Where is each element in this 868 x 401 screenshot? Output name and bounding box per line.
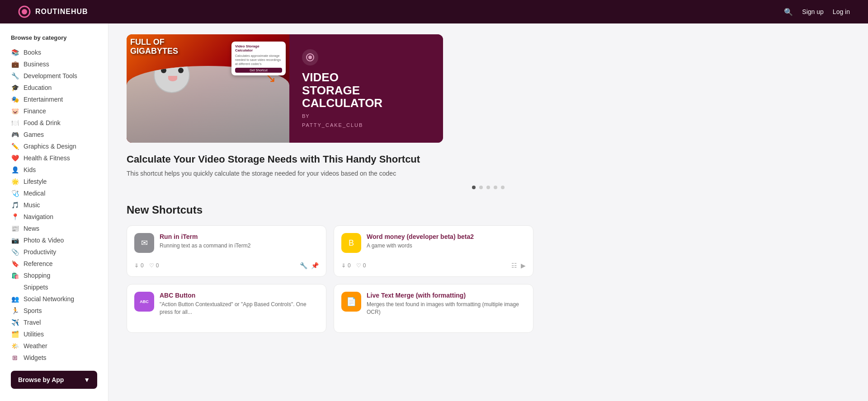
travel-icon: ✈️: [11, 319, 19, 326]
sidebar-item-photo-video[interactable]: 📷Photo & Video: [0, 234, 108, 246]
cat-eye-right: [178, 68, 184, 73]
carousel-dot-4[interactable]: [501, 186, 505, 189]
sidebar-category-title: Browse by category: [0, 34, 108, 47]
tool-icon[interactable]: 🔧: [300, 262, 307, 269]
shortcut-name-abc-button[interactable]: ABC Button: [160, 292, 319, 299]
reference-icon: 🔖: [11, 260, 19, 267]
shortcut-stats-word-money: ⇓ 0 ♡ 0: [341, 262, 366, 269]
education-icon: 🎓: [11, 84, 19, 91]
carousel-dot-1[interactable]: [479, 186, 483, 189]
carousel-dot-0[interactable]: [472, 186, 476, 189]
shortcut-footer-word-money: ⇓ 0 ♡ 0 ☷ ▶: [341, 262, 526, 269]
shortcut-info-run-in-iterm: Run in iTerm Running text as a command i…: [160, 233, 319, 250]
featured-description: Calculate Your Video Storage Needs with …: [127, 154, 443, 178]
featured-description-text: This shortcut helps you quickly calculat…: [127, 169, 443, 178]
shortcut-card-word-money: B Word money (developer beta) beta2 A ga…: [334, 225, 533, 277]
sidebar-item-graphics-design[interactable]: ✏️Graphics & Design: [0, 140, 108, 152]
shortcut-card-abc-button: ABC ABC Button "Action Button Contextual…: [127, 284, 326, 333]
social-networking-icon: 👥: [11, 295, 19, 303]
search-icon[interactable]: 🔍: [784, 8, 793, 16]
sidebar-item-sports[interactable]: 🏃Sports: [0, 305, 108, 317]
food-drink-icon: 🍽️: [11, 119, 19, 126]
sidebar-label-development-tools: Development Tools: [24, 72, 77, 79]
attach-icon[interactable]: 📌: [311, 262, 319, 269]
weather-icon: 🌤️: [11, 342, 19, 350]
login-link[interactable]: Log in: [833, 8, 850, 15]
sidebar-item-lifestyle[interactable]: 🌟Lifestyle: [0, 176, 108, 187]
browse-by-app-button[interactable]: Browse by App ▼: [11, 371, 97, 389]
featured-text-area: VIDEO STORAGE CALCULATOR BY PATTY_CAKE_C…: [289, 34, 443, 143]
sidebar-item-reference[interactable]: 🔖Reference: [0, 258, 108, 270]
sidebar-label-weather: Weather: [24, 342, 47, 350]
sidebar-label-lifestyle: Lifestyle: [24, 178, 47, 185]
sidebar-item-education[interactable]: 🎓Education: [0, 82, 108, 93]
new-shortcuts-title: New Shortcuts: [127, 204, 850, 216]
likes-stat: ♡ 0: [149, 262, 159, 269]
development-tools-icon: 🔧: [11, 72, 19, 79]
featured-title: VIDEO STORAGE CALCULATOR: [302, 71, 430, 110]
sidebar-item-utilities[interactable]: 🗂️Utilities: [0, 328, 108, 340]
shortcut-icon-abc-button: ABC: [134, 292, 154, 312]
music-icon: 🎵: [11, 201, 19, 209]
featured-image: FULL OFGIGABYTES ↘ Video StorageCalculat…: [127, 34, 289, 143]
sidebar-item-snippets[interactable]: Snippets: [0, 281, 108, 293]
carousel-dot-3[interactable]: [494, 186, 497, 189]
sidebar-item-business[interactable]: 💼Business: [0, 58, 108, 70]
books-icon: 📚: [11, 49, 19, 56]
sidebar-item-travel[interactable]: ✈️Travel: [0, 317, 108, 328]
sidebar-item-entertainment[interactable]: 🎭Entertainment: [0, 93, 108, 105]
featured-card: FULL OFGIGABYTES ↘ Video StorageCalculat…: [127, 34, 443, 143]
featured-author: PATTY_CAKE_CLUB: [302, 122, 430, 128]
svg-point-1: [22, 9, 27, 14]
sidebar-item-music[interactable]: 🎵Music: [0, 199, 108, 211]
sidebar-item-kids[interactable]: 👤Kids: [0, 164, 108, 176]
cat-nose: [168, 76, 177, 81]
shortcut-card-top: ABC ABC Button "Action Button Contextual…: [134, 292, 319, 316]
gigabytes-text: FULL OFGIGABYTES: [130, 38, 178, 56]
shortcut-name-run-in-iterm[interactable]: Run in iTerm: [160, 233, 319, 240]
toggle-icon[interactable]: ▶: [521, 262, 526, 269]
sidebar-item-productivity[interactable]: 📎Productivity: [0, 246, 108, 258]
header-nav: 🔍 Sign up Log in: [784, 8, 850, 16]
sidebar-item-medical[interactable]: 🩺Medical: [0, 187, 108, 199]
shortcut-info-word-money: Word money (developer beta) beta2 A game…: [367, 233, 526, 250]
logo-text: ROUTINEHUB: [35, 8, 88, 16]
shortcuts-grid: ✉ Run in iTerm Running text as a command…: [127, 225, 533, 333]
signup-link[interactable]: Sign up: [802, 8, 823, 15]
sidebar-item-food-drink[interactable]: 🍽️Food & Drink: [0, 117, 108, 129]
shortcut-card-top: ✉ Run in iTerm Running text as a command…: [134, 233, 319, 253]
sidebar-item-finance[interactable]: 🐷Finance: [0, 105, 108, 117]
sidebar-item-widgets[interactable]: ⊞Widgets: [0, 352, 108, 364]
likes-stat: ♡ 0: [356, 262, 366, 269]
sidebar: Browse by category 📚Books💼Business🔧Devel…: [0, 23, 108, 401]
sidebar-item-health-fitness[interactable]: ❤️Health & Fitness: [0, 152, 108, 164]
sidebar-label-games: Games: [24, 131, 44, 138]
games-icon: 🎮: [11, 131, 19, 138]
sidebar-item-development-tools[interactable]: 🔧Development Tools: [0, 70, 108, 82]
shortcut-name-word-money[interactable]: Word money (developer beta) beta2: [367, 233, 526, 240]
sidebar-label-food-drink: Food & Drink: [24, 119, 61, 126]
carousel-dot-2[interactable]: [486, 186, 490, 189]
app-header: ROUTINEHUB 🔍 Sign up Log in: [0, 0, 868, 23]
sidebar-label-reference: Reference: [24, 260, 53, 267]
download-icon: ⇓: [341, 262, 346, 269]
mini-get-shortcut: Get Shortcut: [235, 68, 282, 73]
sidebar-label-entertainment: Entertainment: [24, 96, 63, 103]
shortcut-icon-text: ABC: [140, 299, 149, 304]
sidebar-item-games[interactable]: 🎮Games: [0, 129, 108, 140]
sidebar-item-social-networking[interactable]: 👥Social Networking: [0, 293, 108, 305]
sidebar-item-shopping[interactable]: 🛍️Shopping: [0, 270, 108, 281]
grid-icon[interactable]: ☷: [511, 262, 517, 269]
shortcut-card-top: B Word money (developer beta) beta2 A ga…: [341, 233, 526, 253]
shortcut-name-live-text-merge[interactable]: Live Text Merge (with formatting): [367, 292, 526, 299]
sidebar-item-navigation[interactable]: 📍Navigation: [0, 211, 108, 223]
sidebar-item-books[interactable]: 📚Books: [0, 47, 108, 58]
sidebar-item-news[interactable]: 📰News: [0, 223, 108, 234]
logo[interactable]: ROUTINEHUB: [18, 5, 88, 18]
shortcut-stats-run-in-iterm: ⇓ 0 ♡ 0: [134, 262, 159, 269]
sidebar-item-weather[interactable]: 🌤️Weather: [0, 340, 108, 352]
widgets-icon: ⊞: [11, 354, 19, 361]
entertainment-icon: 🎭: [11, 96, 19, 103]
photo-video-icon: 📷: [11, 237, 19, 244]
shortcut-actions-word-money: ☷ ▶: [511, 262, 526, 269]
